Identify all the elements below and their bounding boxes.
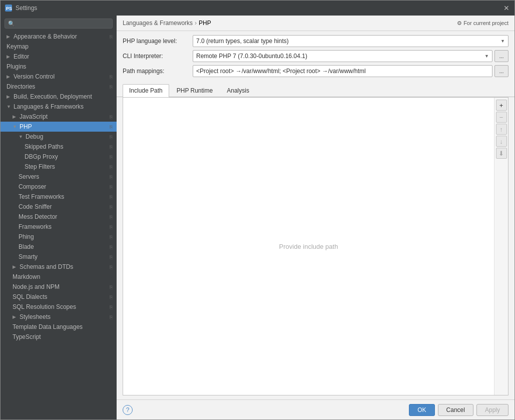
sidebar-item-label: SQL Resolution Scopes: [13, 303, 76, 310]
sidebar-item-sql-dialects[interactable]: SQL Dialects⎘: [1, 292, 117, 302]
sidebar-item-javascript[interactable]: ▶ JavaScript⎘: [1, 112, 117, 122]
arrow-icon: ▼: [7, 104, 13, 109]
for-current-project[interactable]: ⚙ For current project: [457, 20, 508, 27]
add-path-button[interactable]: +: [496, 100, 507, 111]
sidebar-item-blade[interactable]: Blade⎘: [1, 242, 117, 252]
copy-icon: ⎘: [110, 154, 113, 160]
copy-icon: ⎘: [110, 134, 113, 140]
sidebar-item-frameworks[interactable]: Frameworks⎘: [1, 222, 117, 232]
sidebar-item-phing[interactable]: Phing⎘: [1, 232, 117, 242]
content-area: 🔍 ▶ Appearance & Behavior⎘Keymap▶ Editor…: [1, 16, 514, 419]
ok-button[interactable]: OK: [409, 404, 434, 416]
sidebar-item-skipped-paths[interactable]: Skipped Paths⎘: [1, 142, 117, 152]
sidebar-item-markdown[interactable]: Markdown: [1, 272, 117, 282]
sidebar-item-label: Editor: [14, 53, 29, 60]
sidebar-item-build-execution[interactable]: ▶ Build, Execution, Deployment: [1, 92, 117, 102]
sidebar-item-label: Step Filters: [25, 163, 55, 170]
sidebar-item-composer[interactable]: Composer⎘: [1, 182, 117, 192]
cli-interpreter-label: CLI Interpreter:: [123, 53, 193, 60]
sidebar-item-test-frameworks[interactable]: Test Frameworks⎘: [1, 192, 117, 202]
copy-icon: ⎘: [110, 184, 113, 190]
path-mappings-field[interactable]: <Project root> →/var/www/html; <Project …: [193, 65, 492, 77]
sidebar-item-debug[interactable]: ▼ Debug⎘: [1, 132, 117, 142]
copy-down-button[interactable]: ⬇: [496, 148, 507, 159]
sidebar-item-label: Schemas and DTDs: [20, 263, 73, 270]
sidebar-item-nodejs-npm[interactable]: Node.js and NPM⎘: [1, 282, 117, 292]
copy-icon: ⎘: [110, 224, 113, 230]
panel-toolbar: + − ↑ ↓ ⬇: [494, 98, 508, 395]
sidebar-item-appearance-behavior[interactable]: ▶ Appearance & Behavior⎘: [1, 32, 117, 42]
sidebar-item-label: SQL Dialects: [13, 293, 48, 300]
tab-analysis[interactable]: Analysis: [220, 84, 256, 97]
copy-icon: ⎘: [110, 194, 113, 200]
close-button[interactable]: ✕: [502, 4, 510, 12]
sidebar-item-label: Debug: [26, 133, 43, 140]
copy-icon: ⎘: [110, 254, 113, 260]
copy-icon: ⎘: [110, 84, 113, 90]
language-level-dropdown[interactable]: 7.0 (return types, scalar type hints) ▼: [193, 35, 508, 47]
sidebar-item-dbgp-proxy[interactable]: DBGp Proxy⎘: [1, 152, 117, 162]
sidebar-item-keymap[interactable]: Keymap: [1, 42, 117, 52]
cli-interpreter-row: CLI Interpreter: Remote PHP 7 (7.0.30-0u…: [123, 50, 508, 62]
search-input[interactable]: [17, 20, 109, 27]
cancel-button[interactable]: Cancel: [438, 404, 473, 416]
sidebar-item-php[interactable]: ▼ PHP⎘: [1, 122, 117, 132]
footer: ? OK Cancel Apply: [117, 399, 514, 419]
sidebar-item-label: Plugins: [7, 63, 26, 70]
move-up-button[interactable]: ↑: [496, 124, 507, 135]
sidebar-item-plugins[interactable]: Plugins: [1, 62, 117, 72]
sidebar-item-editor[interactable]: ▶ Editor: [1, 52, 117, 62]
apply-button[interactable]: Apply: [476, 404, 508, 416]
include-path-panel: Provide include path + − ↑ ↓ ⬇: [123, 97, 508, 395]
copy-icon: ⎘: [110, 124, 113, 130]
remove-path-button[interactable]: −: [496, 112, 507, 123]
breadcrumb-parent: Languages & Frameworks: [123, 20, 193, 27]
cli-interpreter-arrow: ▼: [484, 54, 489, 59]
copy-icon: ⎘: [110, 304, 113, 310]
sidebar-item-label: Languages & Frameworks: [14, 103, 84, 110]
path-mappings-value: <Project root> →/var/www/html; <Project …: [196, 68, 366, 75]
copy-icon: ⎘: [110, 144, 113, 150]
sidebar-item-servers[interactable]: Servers⎘: [1, 172, 117, 182]
path-mappings-more-button[interactable]: ...: [494, 65, 508, 77]
sidebar-item-languages-frameworks[interactable]: ▼ Languages & Frameworks: [1, 102, 117, 112]
search-box[interactable]: 🔍: [5, 19, 113, 29]
sidebar-item-version-control[interactable]: ▶ Version Control⎘: [1, 72, 117, 82]
sidebar-item-label: Phing: [19, 233, 34, 240]
help-button[interactable]: ?: [123, 405, 133, 415]
sidebar-item-stylesheets[interactable]: ▶ Stylesheets⎘: [1, 312, 117, 322]
app-icon: PS: [5, 4, 13, 12]
arrow-icon: ▼: [13, 124, 19, 129]
arrow-icon: ▼: [19, 134, 25, 139]
copy-icon: ⎘: [110, 264, 113, 270]
sidebar-item-label: Mess Detector: [19, 213, 57, 220]
move-down-button[interactable]: ↓: [496, 136, 507, 147]
sidebar-item-label: Composer: [19, 183, 46, 190]
sidebar-item-label: Appearance & Behavior: [14, 33, 77, 40]
tab-include-path[interactable]: Include Path: [123, 84, 169, 97]
cli-interpreter-more-button[interactable]: ...: [494, 50, 508, 62]
sidebar-item-label: Code Sniffer: [19, 203, 52, 210]
sidebar-items: ▶ Appearance & Behavior⎘Keymap▶ EditorPl…: [1, 32, 117, 342]
copy-icon: ⎘: [110, 314, 113, 320]
language-level-label: PHP language level:: [123, 38, 193, 45]
panel-placeholder: Provide include path: [123, 98, 494, 395]
sidebar-item-typescript[interactable]: TypeScript: [1, 332, 117, 342]
breadcrumb: Languages & Frameworks › PHP ⚙ For curre…: [117, 16, 514, 31]
sidebar-item-label: Servers: [19, 173, 39, 180]
settings-window: PS Settings ✕ 🔍 ▶ Appearance & Behavior⎘…: [0, 0, 515, 420]
tab-php-runtime[interactable]: PHP Runtime: [170, 84, 219, 97]
copy-icon: ⎘: [110, 284, 113, 290]
sidebar-item-directories[interactable]: Directories⎘: [1, 82, 117, 92]
sidebar-item-smarty[interactable]: Smarty⎘: [1, 252, 117, 262]
sidebar-item-sql-resolution[interactable]: SQL Resolution Scopes⎘: [1, 302, 117, 312]
sidebar-item-template-data[interactable]: Template Data Languages: [1, 322, 117, 332]
arrow-icon: ▶: [13, 314, 19, 319]
arrow-icon: ▶: [7, 34, 13, 39]
sidebar-item-step-filters[interactable]: Step Filters⎘: [1, 162, 117, 172]
sidebar-item-mess-detector[interactable]: Mess Detector⎘: [1, 212, 117, 222]
sidebar-item-schemas-dtds[interactable]: ▶ Schemas and DTDs⎘: [1, 262, 117, 272]
sidebar-item-code-sniffer[interactable]: Code Sniffer⎘: [1, 202, 117, 212]
main-panel: Languages & Frameworks › PHP ⚙ For curre…: [117, 16, 514, 419]
cli-interpreter-dropdown[interactable]: Remote PHP 7 (7.0.30-0ubuntu0.16.04.1) ▼: [193, 50, 492, 62]
